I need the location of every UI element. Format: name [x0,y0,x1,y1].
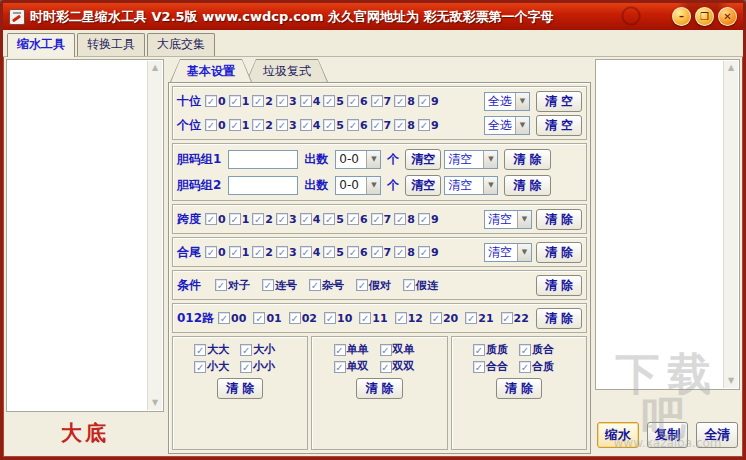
checkbox-checked-icon[interactable]: ✓ [229,246,241,258]
digit-option[interactable]: ✓ 6 [347,246,368,259]
condition-remove-button[interactable]: 清 除 [536,275,582,296]
pattern-option[interactable]: ✓ 小大 [194,359,240,374]
condition-option[interactable]: ✓ 连号 [262,278,297,293]
digit-option[interactable]: ✓ 4 [300,95,321,108]
checkbox-checked-icon[interactable]: ✓ [418,213,430,225]
checkbox-checked-icon[interactable]: ✓ [418,95,430,107]
checkbox-checked-icon[interactable]: ✓ [252,119,264,131]
checkbox-checked-icon[interactable]: ✓ [276,95,288,107]
checkbox-checked-icon[interactable]: ✓ [289,312,301,324]
checkbox-checked-icon[interactable]: ✓ [334,361,346,373]
road-option[interactable]: ✓ 00 [218,312,246,325]
copy-button[interactable]: 复制 [647,422,689,448]
checkbox-checked-icon[interactable]: ✓ [371,119,383,131]
dan1-clear-dropdown[interactable]: 清空 ▼ [444,150,498,169]
road-option[interactable]: ✓ 22 [501,312,529,325]
checkbox-checked-icon[interactable]: ✓ [252,246,264,258]
road-option[interactable]: ✓ 12 [395,312,423,325]
shrink-button[interactable]: 缩水 [597,422,639,448]
chevron-down-icon[interactable]: ▼ [366,151,380,168]
checkbox-checked-icon[interactable]: ✓ [418,119,430,131]
checkbox-checked-icon[interactable]: ✓ [300,119,312,131]
pattern-option[interactable]: ✓ 合合 [473,359,519,374]
span-clear-dropdown[interactable]: 清空 ▼ [484,210,532,229]
sumtail-clear-dropdown[interactable]: 清空 ▼ [484,243,532,262]
pattern-option[interactable]: ✓ 双单 [380,342,426,357]
digit-option[interactable]: ✓ 9 [418,119,439,132]
left-scrollbar[interactable]: ▲ ▼ [147,61,162,410]
road-option[interactable]: ✓ 21 [465,312,493,325]
road-remove-button[interactable]: 清 除 [536,308,582,329]
digit-option[interactable]: ✓ 0 [205,119,226,132]
digit-option[interactable]: ✓ 9 [418,246,439,259]
prime-pattern-remove-button[interactable]: 清 除 [496,378,542,399]
digit-option[interactable]: ✓ 2 [252,246,273,259]
tab-basic-settings[interactable]: 基本设置 [170,59,252,82]
checkbox-checked-icon[interactable]: ✓ [215,279,227,291]
digit-option[interactable]: ✓ 5 [323,119,344,132]
result-output-list[interactable]: ▲ ▼ [595,59,740,390]
road-option[interactable]: ✓ 20 [430,312,458,325]
road-option[interactable]: ✓ 02 [289,312,317,325]
road-option[interactable]: ✓ 10 [324,312,352,325]
checkbox-checked-icon[interactable]: ✓ [300,95,312,107]
dan1-input[interactable] [228,150,298,169]
checkbox-checked-icon[interactable]: ✓ [394,119,406,131]
checkbox-checked-icon[interactable]: ✓ [240,361,252,373]
checkbox-checked-icon[interactable]: ✓ [394,95,406,107]
digit-option[interactable]: ✓ 3 [276,213,297,226]
checkbox-checked-icon[interactable]: ✓ [394,213,406,225]
pattern-option[interactable]: ✓ 大小 [240,342,286,357]
checkbox-checked-icon[interactable]: ✓ [300,213,312,225]
digit-option[interactable]: ✓ 8 [394,213,415,226]
digit-option[interactable]: ✓ 2 [252,213,273,226]
chevron-down-icon[interactable]: ▼ [483,177,497,194]
digit-option[interactable]: ✓ 3 [276,95,297,108]
digit-option[interactable]: ✓ 3 [276,246,297,259]
dan1-remove-button[interactable]: 清 除 [504,149,550,170]
checkbox-checked-icon[interactable]: ✓ [276,246,288,258]
condition-option[interactable]: ✓ 杂号 [309,278,344,293]
right-scrollbar[interactable]: ▲ ▼ [723,61,738,388]
digit-option[interactable]: ✓ 8 [394,119,415,132]
digit-option[interactable]: ✓ 5 [323,95,344,108]
close-button-icon[interactable]: ✕ [718,7,737,26]
chevron-down-icon[interactable]: ▼ [515,117,529,134]
checkbox-checked-icon[interactable]: ✓ [229,213,241,225]
checkbox-checked-icon[interactable]: ✓ [229,95,241,107]
checkbox-checked-icon[interactable]: ✓ [218,312,230,324]
road-option[interactable]: ✓ 01 [253,312,281,325]
digit-option[interactable]: ✓ 0 [205,95,226,108]
dan1-count-dropdown[interactable]: 0-0 ▼ [335,150,381,169]
checkbox-checked-icon[interactable]: ✓ [194,361,206,373]
tab-junk-compound[interactable]: 垃圾复式 [246,59,328,82]
digit-option[interactable]: ✓ 4 [300,213,321,226]
checkbox-checked-icon[interactable]: ✓ [323,213,335,225]
checkbox-checked-icon[interactable]: ✓ [205,246,217,258]
checkbox-checked-icon[interactable]: ✓ [323,246,335,258]
checkbox-checked-icon[interactable]: ✓ [430,312,442,324]
checkbox-checked-icon[interactable]: ✓ [323,95,335,107]
digit-option[interactable]: ✓ 0 [205,213,226,226]
checkbox-checked-icon[interactable]: ✓ [519,361,531,373]
dan2-count-dropdown[interactable]: 0-0 ▼ [335,176,381,195]
pattern-option[interactable]: ✓ 单单 [334,342,380,357]
checkbox-checked-icon[interactable]: ✓ [276,213,288,225]
chevron-down-icon[interactable]: ▼ [366,177,380,194]
digit-option[interactable]: ✓ 1 [229,213,250,226]
units-clear-button[interactable]: 清 空 [536,115,582,136]
checkbox-checked-icon[interactable]: ✓ [309,279,321,291]
dan2-clear-dropdown[interactable]: 清空 ▼ [444,176,498,195]
digit-option[interactable]: ✓ 1 [229,119,250,132]
digit-option[interactable]: ✓ 6 [347,213,368,226]
size-pattern-remove-button[interactable]: 清 除 [217,378,263,399]
digit-option[interactable]: ✓ 7 [371,246,392,259]
checkbox-checked-icon[interactable]: ✓ [205,95,217,107]
minimize-button-icon[interactable]: – [672,7,691,26]
checkbox-checked-icon[interactable]: ✓ [194,344,206,356]
digit-option[interactable]: ✓ 5 [323,213,344,226]
chevron-down-icon[interactable]: ▼ [483,151,497,168]
tab-convert-tools[interactable]: 转换工具 [77,33,145,56]
span-remove-button[interactable]: 清 除 [536,209,582,230]
pattern-option[interactable]: ✓ 大大 [194,342,240,357]
